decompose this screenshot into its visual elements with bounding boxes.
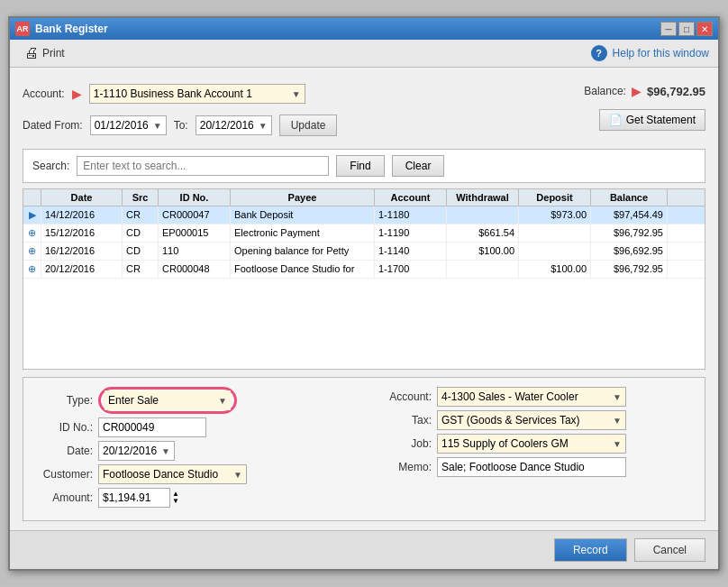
cell-account: 1-1140 [375, 243, 447, 260]
toolbar: 🖨 Print ? Help for this window [10, 40, 718, 68]
cell-id: CR000048 [159, 261, 231, 278]
transactions-table: Date Src ID No. Payee Account Withdrawal… [23, 188, 705, 370]
account-row: Account: ▶ 1-1110 Business Bank Account … [23, 84, 337, 104]
balance-label: Balance: [584, 85, 626, 97]
table-row[interactable]: ⊕ 16/12/2016 CD 110 Opening balance for … [23, 243, 705, 261]
cell-account: 1-1190 [375, 225, 447, 242]
table-header: Date Src ID No. Payee Account Withdrawal… [23, 189, 705, 206]
update-button[interactable]: Update [279, 115, 338, 136]
type-label: Type: [34, 394, 93, 407]
find-button[interactable]: Find [336, 155, 384, 177]
amount-row: Amount: ▲ ▼ [34, 488, 355, 508]
raccount-row: Account: 4-1300 Sales - Water Cooler ▼ [373, 387, 694, 407]
from-date-input[interactable]: 01/12/2016 ▼ [90, 115, 167, 135]
col-deposit: Deposit [519, 189, 591, 206]
customer-row: Customer: Footloose Dance Studio ▼ [34, 464, 355, 484]
tax-dropdown[interactable]: GST (Goods & Services Tax) ▼ [437, 410, 626, 430]
amount-input[interactable] [98, 488, 170, 508]
form-date-value: 20/12/2016 [103, 445, 157, 457]
cell-payee: Bank Deposit [231, 206, 375, 224]
cell-date: 15/12/2016 [41, 225, 123, 242]
record-button[interactable]: Record [554, 538, 627, 562]
from-date-arrow: ▼ [153, 121, 162, 131]
cell-payee: Footloose Dance Studio for [231, 261, 375, 278]
row-nav-icon: ▶ [23, 206, 41, 224]
cell-src: CD [123, 225, 159, 242]
amount-spinners[interactable]: ▲ ▼ [172, 491, 179, 505]
search-input[interactable] [77, 156, 329, 176]
type-dropdown-arrow: ▼ [218, 396, 227, 406]
raccount-dropdown-arrow: ▼ [613, 392, 622, 402]
cell-id: CR000047 [159, 206, 231, 224]
minimize-button[interactable]: ─ [660, 22, 677, 36]
print-label: Print [42, 47, 65, 60]
col-withdrawal: Withdrawal [447, 189, 519, 206]
table-row[interactable]: ▶ 14/12/2016 CR CR000047 Bank Deposit 1-… [23, 206, 705, 225]
account-nav-icon[interactable]: ▶ [72, 87, 82, 101]
to-date-input[interactable]: 20/12/2016 ▼ [196, 115, 272, 135]
account-dropdown[interactable]: 1-1110 Business Bank Account 1 ▼ [89, 84, 305, 104]
customer-dropdown-arrow: ▼ [233, 470, 242, 480]
form-grid: Type: Enter Sale ▼ ID No.: Date [34, 387, 694, 511]
print-button[interactable]: 🖨 Print [19, 43, 70, 63]
date-label: Date: [34, 445, 93, 457]
customer-label: Customer: [34, 468, 93, 481]
clear-button[interactable]: Clear [392, 155, 445, 177]
cell-payee: Opening balance for Petty [231, 243, 375, 260]
amount-down-arrow[interactable]: ▼ [172, 498, 179, 505]
table-row[interactable]: ⊕ 20/12/2016 CR CR000048 Footloose Dance… [23, 261, 705, 279]
title-bar: AR Bank Register ─ □ ✕ [10, 18, 718, 40]
job-dropdown[interactable]: 115 Supply of Coolers GM ▼ [437, 434, 626, 454]
to-date-arrow: ▼ [259, 121, 268, 131]
id-input[interactable] [98, 417, 206, 437]
col-date: Date [41, 189, 123, 206]
maximize-button[interactable]: □ [678, 22, 695, 36]
printer-icon: 🖨 [24, 45, 39, 61]
cell-date: 16/12/2016 [41, 243, 123, 260]
memo-input[interactable] [437, 457, 626, 477]
memo-row: Memo: [373, 457, 694, 477]
account-label: Account: [23, 87, 65, 100]
table-row[interactable]: ⊕ 15/12/2016 CD EP000015 Electronic Paym… [23, 225, 705, 243]
job-label: Job: [373, 437, 432, 450]
form-section: Type: Enter Sale ▼ ID No.: Date [23, 377, 705, 521]
cell-balance: $97,454.49 [591, 206, 668, 224]
from-date-value: 01/12/2016 [95, 119, 149, 132]
cell-date: 20/12/2016 [41, 261, 123, 278]
cell-id: EP000015 [159, 225, 231, 242]
col-payee: Payee [231, 189, 375, 206]
cell-withdrawal [447, 206, 519, 224]
form-date-input[interactable]: 20/12/2016 ▼ [98, 441, 175, 461]
row-nav-icon: ⊕ [23, 243, 41, 260]
main-content: Account: ▶ 1-1110 Business Bank Account … [10, 68, 718, 530]
cell-payee: Electronic Payment [231, 225, 375, 242]
job-row: Job: 115 Supply of Coolers GM ▼ [373, 434, 694, 454]
tax-row: Tax: GST (Goods & Services Tax) ▼ [373, 410, 694, 430]
search-label: Search: [32, 160, 69, 172]
customer-value: Footloose Dance Studio [103, 468, 218, 481]
job-dropdown-arrow: ▼ [613, 439, 622, 449]
cell-account: 1-1700 [375, 261, 447, 278]
to-date-value: 20/12/2016 [200, 119, 254, 132]
balance-row: Balance: ▶ $96,792.95 [584, 84, 705, 98]
col-icon [23, 189, 41, 206]
search-section: Search: Find Clear [23, 149, 705, 183]
tax-dropdown-arrow: ▼ [613, 416, 622, 426]
row-nav-icon: ⊕ [23, 225, 41, 242]
type-row: Type: Enter Sale ▼ [34, 387, 355, 414]
raccount-dropdown[interactable]: 4-1300 Sales - Water Cooler ▼ [437, 387, 626, 407]
get-statement-button[interactable]: 📄 Get Statement [599, 109, 705, 131]
help-icon: ? [591, 45, 607, 61]
top-right: Balance: ▶ $96,792.95 📄 Get Statement [584, 84, 705, 131]
tax-label: Tax: [373, 414, 432, 426]
close-button[interactable]: ✕ [696, 22, 713, 36]
col-id: ID No. [159, 189, 231, 206]
customer-dropdown[interactable]: Footloose Dance Studio ▼ [98, 464, 247, 484]
date-range-row: Dated From: 01/12/2016 ▼ To: 20/12/2016 … [23, 115, 337, 136]
cancel-button[interactable]: Cancel [634, 538, 705, 562]
cell-src: CR [123, 206, 159, 224]
amount-input-group: ▲ ▼ [98, 488, 179, 508]
help-button[interactable]: Help for this window [613, 47, 709, 60]
type-dropdown[interactable]: Enter Sale ▼ [105, 390, 231, 410]
balance-value: $96,792.95 [647, 85, 705, 98]
